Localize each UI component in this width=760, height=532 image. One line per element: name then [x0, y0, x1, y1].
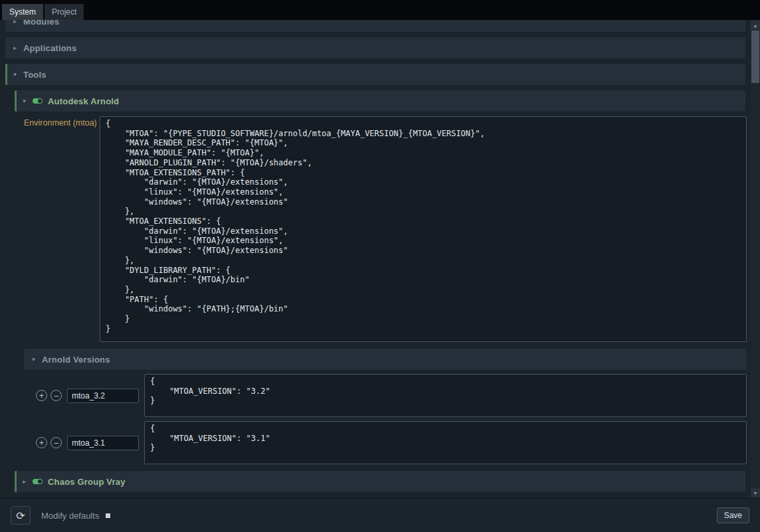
add-version-button[interactable]: + — [36, 390, 47, 401]
section-title-autodesk-arnold: Autodesk Arnold — [48, 96, 119, 106]
chevron-down-icon: ▾ — [31, 356, 37, 363]
environment-json-editor[interactable] — [100, 116, 747, 342]
remove-version-button[interactable]: − — [50, 390, 62, 401]
version-row: + − — [24, 421, 747, 464]
chevron-right-icon: ▸ — [12, 44, 18, 51]
remove-version-button[interactable]: − — [50, 437, 62, 448]
version-json-editor[interactable] — [144, 421, 747, 464]
section-title-tools: Tools — [23, 70, 47, 80]
version-row: + − — [24, 374, 747, 417]
section-header-applications[interactable]: ▸ Applications — [5, 37, 745, 58]
enabled-toggle[interactable] — [33, 479, 43, 484]
toggle-knob — [38, 99, 42, 103]
enabled-toggle[interactable] — [33, 98, 43, 104]
section-title-arnold-versions: Arnold Versions — [42, 355, 110, 365]
scroll-up-button[interactable]: ▲ — [751, 21, 760, 30]
scroll-down-icon: ▼ — [753, 491, 758, 495]
chevron-right-icon: ▸ — [12, 20, 18, 25]
tab-bar: System Project — [0, 0, 760, 20]
add-version-button[interactable]: + — [36, 437, 47, 448]
section-header-tools[interactable]: ▾ Tools — [5, 64, 745, 85]
section-header-arnold-versions[interactable]: ▾ Arnold Versions — [24, 349, 747, 370]
environment-field-row: Environment (mtoa) — [24, 116, 747, 342]
version-json-editor[interactable] — [144, 374, 747, 417]
vertical-scrollbar[interactable]: ▲ ▼ — [751, 20, 760, 498]
tools-section-body: ▾ Autodesk Arnold Environment (mtoa) ▾ A… — [0, 90, 751, 492]
section-title-chaos-group-vray: Chaos Group Vray — [48, 477, 126, 487]
section-title-modules: Modules — [23, 20, 59, 27]
arnold-section-body: Environment (mtoa) ▾ Arnold Versions + − — [24, 116, 747, 464]
section-header-autodesk-arnold[interactable]: ▾ Autodesk Arnold — [15, 90, 745, 112]
scroll-down-button[interactable]: ▼ — [751, 488, 760, 497]
tab-system[interactable]: System — [2, 4, 43, 20]
chevron-down-icon: ▾ — [21, 98, 27, 104]
environment-label: Environment (mtoa) — [24, 116, 100, 128]
scroll-up-icon: ▲ — [753, 23, 758, 28]
tab-project[interactable]: Project — [45, 4, 84, 20]
version-key-input[interactable] — [67, 389, 139, 403]
section-title-applications: Applications — [23, 43, 76, 53]
toggle-knob — [38, 480, 42, 484]
refresh-button[interactable]: ⟳ — [11, 506, 31, 525]
settings-panel: ▸ Modules ▸ Applications ▾ Tools ▾ Autod… — [0, 20, 760, 498]
chevron-right-icon: ▸ — [21, 478, 27, 485]
scrollbar-thumb[interactable] — [751, 31, 759, 83]
footer-bar: ⟳ Modify defaults Save — [0, 498, 760, 532]
settings-window: System Project ▸ Modules ▸ Applications … — [0, 0, 760, 532]
modify-defaults-label: Modify defaults — [41, 511, 99, 521]
section-header-chaos-group-vray[interactable]: ▸ Chaos Group Vray — [15, 471, 745, 492]
settings-viewport: ▸ Modules ▸ Applications ▾ Tools ▾ Autod… — [0, 20, 751, 498]
save-button[interactable]: Save — [717, 507, 749, 523]
chevron-down-icon: ▾ — [12, 71, 18, 78]
version-key-input[interactable] — [67, 436, 139, 450]
modified-indicator — [106, 513, 110, 518]
section-header-modules[interactable]: ▸ Modules — [5, 20, 745, 32]
refresh-icon: ⟳ — [16, 509, 25, 522]
